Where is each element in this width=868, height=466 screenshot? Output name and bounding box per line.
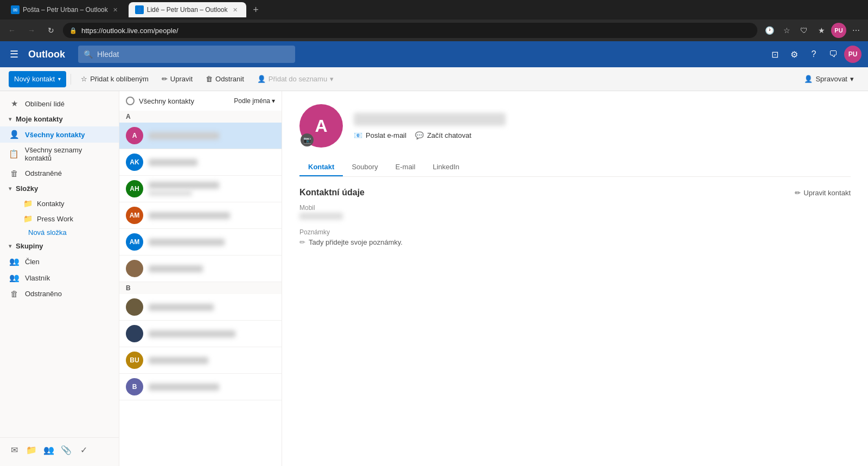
tab-kontakt[interactable]: Kontakt xyxy=(299,158,343,176)
new-tab-button[interactable]: + xyxy=(248,2,264,17)
history-icon[interactable]: 🕐 xyxy=(762,23,777,38)
contact-name-block xyxy=(149,384,275,391)
new-folder-link[interactable]: Nová složka xyxy=(0,226,119,239)
tab-mail-close[interactable]: ✕ xyxy=(111,5,120,14)
tab-people-close[interactable]: ✕ xyxy=(231,5,240,14)
bottom-people-icon[interactable]: 👥 xyxy=(41,442,56,457)
sidebar-folders-header[interactable]: ▾ Složky xyxy=(0,181,119,196)
add-to-list-button[interactable]: 👤 Přidat do seznamu ▾ xyxy=(252,71,339,87)
sidebar-item-all-contacts[interactable]: 👤 Všechny kontakty xyxy=(0,126,119,143)
detail-header: A 📷 📧 Poslat e-mail 💬 Začít chatovat xyxy=(299,104,851,148)
hamburger-icon[interactable]: ☰ xyxy=(7,45,22,63)
contact-name-block xyxy=(149,239,275,246)
contact-row[interactable] xyxy=(119,256,282,282)
sidebar-item-favorites[interactable]: ★ Oblíbení lidé xyxy=(0,95,119,112)
sidebar-my-contacts-header[interactable]: ▾ Moje kontakty xyxy=(0,112,119,126)
avatar: AM xyxy=(126,207,143,224)
camera-button[interactable]: 📷 xyxy=(301,133,314,146)
favorites-icon[interactable]: ★ xyxy=(814,23,829,38)
sidebar-folders-label: Složky xyxy=(16,184,38,193)
avatar xyxy=(126,325,143,342)
send-email-button[interactable]: 📧 Poslat e-mail xyxy=(354,131,406,139)
browser-user-avatar[interactable]: PU xyxy=(831,23,846,38)
contact-row[interactable]: BU xyxy=(119,347,282,374)
tab-soubory[interactable]: Soubory xyxy=(343,158,386,176)
bottom-check-icon[interactable]: ✓ xyxy=(76,442,91,457)
sidebar-member-label: Člen xyxy=(25,258,40,266)
contact-row[interactable]: AM xyxy=(119,202,282,229)
contact-name xyxy=(149,159,197,166)
add-notes-label: Tady přidejte svoje poznámky. xyxy=(309,238,403,246)
top-settings-icon[interactable]: ⚙ xyxy=(786,46,803,63)
sidebar-item-press-work[interactable]: 📁 Press Work xyxy=(0,211,119,226)
avatar: B xyxy=(126,378,143,395)
top-help-icon[interactable]: ⊡ xyxy=(766,46,783,63)
edit-label: Upravit xyxy=(170,75,193,83)
folder-contacts-icon: 📁 xyxy=(23,199,33,208)
sidebar-groups-header[interactable]: ▾ Skupiny xyxy=(0,239,119,253)
sidebar-all-lists-label: Všechny seznamy kontaktů xyxy=(25,146,110,162)
contact-row[interactable] xyxy=(119,321,282,347)
sidebar-item-all-lists[interactable]: 📋 Všechny seznamy kontaktů xyxy=(0,143,119,165)
tab-people[interactable]: 👤 Lidé – Petr Urban – Outlook ✕ xyxy=(129,2,246,17)
sidebar-item-group-deleted[interactable]: 🗑 Odstraněno xyxy=(0,286,119,302)
delete-button[interactable]: 🗑 Odstranit xyxy=(200,71,250,87)
all-contacts-radio[interactable] xyxy=(126,97,135,105)
contact-name xyxy=(149,182,219,189)
search-bar[interactable]: 🔍 Hledat xyxy=(78,46,295,63)
contact-row[interactable]: AK xyxy=(119,149,282,176)
bottom-folder-icon[interactable]: 📁 xyxy=(24,442,39,457)
contact-row[interactable]: AH xyxy=(119,176,282,202)
bottom-mail-icon[interactable]: ✉ xyxy=(7,442,22,457)
bottom-clip-icon[interactable]: 📎 xyxy=(59,442,74,457)
contact-name xyxy=(149,265,203,272)
tab-linkedin[interactable]: LinkedIn xyxy=(424,158,468,176)
add-favorite-label: Přidat k oblíbeným xyxy=(90,75,149,83)
sidebar: ★ Oblíbení lidé ▾ Moje kontakty 👤 Všechn… xyxy=(0,91,119,466)
tab-email[interactable]: E-mail xyxy=(387,158,424,176)
new-contact-button[interactable]: Nový kontakt ▾ xyxy=(9,71,66,87)
app-name: Outlook xyxy=(28,49,65,60)
shield-icon[interactable]: 🛡 xyxy=(796,23,812,38)
sidebar-group-deleted-label: Odstraněno xyxy=(25,290,62,298)
back-button[interactable]: ← xyxy=(4,23,20,38)
sidebar-item-owner[interactable]: 👥 Vlastník xyxy=(0,270,119,286)
send-email-label: Poslat e-mail xyxy=(366,131,406,139)
contact-name xyxy=(149,239,225,246)
contact-row[interactable]: AM xyxy=(119,229,282,256)
star-icon[interactable]: ☆ xyxy=(779,23,794,38)
sort-button[interactable]: Podle jména ▾ xyxy=(234,97,275,105)
refresh-button[interactable]: ↻ xyxy=(43,23,59,38)
sidebar-item-deleted[interactable]: 🗑 Odstraněné xyxy=(0,165,119,181)
edit-button[interactable]: ✏ Upravit xyxy=(156,71,198,87)
user-avatar[interactable]: PU xyxy=(844,46,861,63)
contact-name xyxy=(149,330,235,337)
contact-row[interactable]: A xyxy=(119,123,282,149)
add-favorite-button[interactable]: ☆ Přidat k oblíbeným xyxy=(75,71,154,87)
avatar xyxy=(126,260,143,277)
new-contact-dropdown-arrow: ▾ xyxy=(58,76,61,82)
new-contact-label: Nový kontakt xyxy=(14,75,55,83)
address-bar[interactable]: 🔒 https://outlook.live.com/people/ xyxy=(63,23,757,38)
sidebar-item-contacts-folder[interactable]: 📁 Kontakty xyxy=(0,196,119,211)
top-nav-right: ⊡ ⚙ ? 🗨 PU xyxy=(766,46,861,63)
contact-row[interactable]: B xyxy=(119,374,282,400)
more-icon[interactable]: ⋯ xyxy=(848,23,864,38)
person-icon: 👤 xyxy=(9,130,20,139)
avatar: AK xyxy=(126,154,143,171)
manage-button[interactable]: 👤 Spravovat ▾ xyxy=(799,71,859,87)
start-chat-button[interactable]: 💬 Začít chatovat xyxy=(415,131,471,139)
section-letter-a: A xyxy=(119,111,282,123)
tab-mail[interactable]: ✉ Pošta – Petr Urban – Outlook ✕ xyxy=(4,2,126,17)
avatar: AM xyxy=(126,233,143,251)
add-favorite-icon: ☆ xyxy=(81,75,87,83)
sidebar-item-member[interactable]: 👥 Člen xyxy=(0,253,119,270)
top-feedback-icon[interactable]: 🗨 xyxy=(825,46,842,63)
star-icon: ★ xyxy=(9,99,20,108)
top-question-icon[interactable]: ? xyxy=(805,46,822,63)
add-notes-button[interactable]: ✏ Tady přidejte svoje poznámky. xyxy=(299,238,403,246)
sidebar-deleted-label: Odstraněné xyxy=(25,169,62,177)
contact-row[interactable] xyxy=(119,294,282,321)
forward-button[interactable]: → xyxy=(24,23,39,38)
edit-contact-button[interactable]: ✏ Upravit kontakt xyxy=(795,189,851,197)
